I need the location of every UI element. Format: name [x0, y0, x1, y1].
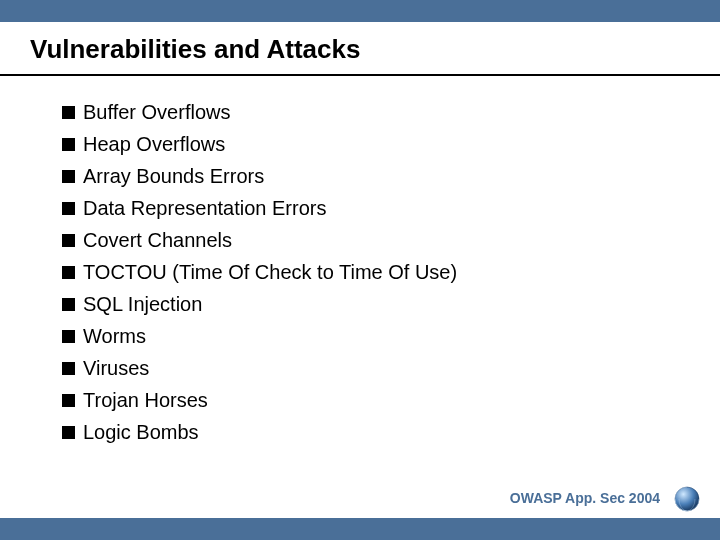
list-item-text: Trojan Horses [83, 389, 208, 412]
list-item: SQL Injection [62, 288, 457, 320]
footer-text: OWASP App. Sec 2004 [510, 490, 660, 506]
list-item: Buffer Overflows [62, 96, 457, 128]
square-bullet-icon [62, 330, 75, 343]
square-bullet-icon [62, 362, 75, 375]
list-item-text: Data Representation Errors [83, 197, 326, 220]
globe-icon [674, 486, 700, 512]
bottom-bar [0, 518, 720, 540]
list-item: Logic Bombs [62, 416, 457, 448]
square-bullet-icon [62, 266, 75, 279]
list-item: TOCTOU (Time Of Check to Time Of Use) [62, 256, 457, 288]
top-bar [0, 0, 720, 22]
list-item-text: Array Bounds Errors [83, 165, 264, 188]
bullet-list: Buffer Overflows Heap Overflows Array Bo… [62, 96, 457, 448]
list-item-text: Buffer Overflows [83, 101, 230, 124]
square-bullet-icon [62, 234, 75, 247]
list-item: Worms [62, 320, 457, 352]
square-bullet-icon [62, 426, 75, 439]
square-bullet-icon [62, 394, 75, 407]
list-item: Heap Overflows [62, 128, 457, 160]
list-item: Array Bounds Errors [62, 160, 457, 192]
title-divider [0, 74, 720, 76]
list-item-text: Heap Overflows [83, 133, 225, 156]
list-item-text: Covert Channels [83, 229, 232, 252]
square-bullet-icon [62, 298, 75, 311]
list-item-text: Logic Bombs [83, 421, 199, 444]
square-bullet-icon [62, 138, 75, 151]
square-bullet-icon [62, 202, 75, 215]
square-bullet-icon [62, 106, 75, 119]
list-item: Trojan Horses [62, 384, 457, 416]
list-item: Covert Channels [62, 224, 457, 256]
list-item-text: TOCTOU (Time Of Check to Time Of Use) [83, 261, 457, 284]
list-item-text: SQL Injection [83, 293, 202, 316]
page-title: Vulnerabilities and Attacks [30, 34, 360, 65]
list-item: Viruses [62, 352, 457, 384]
list-item: Data Representation Errors [62, 192, 457, 224]
square-bullet-icon [62, 170, 75, 183]
list-item-text: Viruses [83, 357, 149, 380]
list-item-text: Worms [83, 325, 146, 348]
